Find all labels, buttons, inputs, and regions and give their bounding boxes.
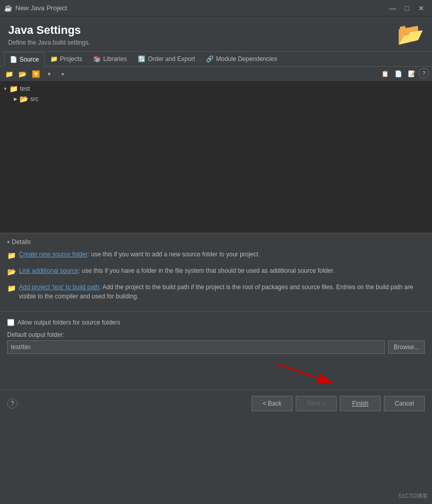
expand-arrow-src[interactable]: ▶	[12, 96, 18, 102]
folder-icon-test: 📁	[9, 85, 18, 93]
toolbar-copy-button[interactable]: 📋	[379, 68, 391, 79]
close-button[interactable]: ✕	[415, 2, 428, 15]
source-tab-icon: 📄	[10, 56, 17, 63]
allow-output-row: Allow output folders for source folders	[7, 319, 425, 326]
projects-tab-icon: 📁	[50, 55, 58, 63]
create-source-icon: 📁	[7, 250, 16, 261]
titlebar-left: ☕ New Java Project	[4, 4, 67, 12]
tree-item-test[interactable]: ▾ 📁 test	[0, 84, 432, 94]
toolbar-right: 📋 📄 📝 ?	[379, 68, 429, 79]
footer-right: < Back Next > Finish Cancel	[252, 396, 425, 411]
filter1-button[interactable]: 🔽	[30, 68, 42, 79]
page-title: Java Settings	[8, 24, 90, 37]
source-toolbar: 📁 📂 🔽 ▼ ▾ 📋 📄 📝 ?	[0, 67, 432, 82]
arrow-annotation-area	[0, 359, 432, 390]
tab-libraries[interactable]: 📚 Libraries	[88, 52, 132, 66]
toolbar-help-button[interactable]: ?	[419, 68, 429, 78]
libraries-tab-icon: 📚	[93, 55, 101, 63]
page-subtitle: Define the Java build settings.	[8, 39, 90, 46]
add-build-icon: 📁	[7, 283, 16, 294]
details-section: ▾ Details 📁 Create new source folder: us…	[0, 233, 432, 311]
tree-label-test: test	[20, 85, 30, 92]
cancel-button[interactable]: Cancel	[384, 396, 425, 411]
add-source-button[interactable]: 📂	[16, 68, 29, 79]
output-folder-label: Default output folder:	[7, 331, 425, 338]
footer-left: ?	[7, 398, 17, 409]
tab-projects[interactable]: 📁 Projects	[45, 52, 88, 66]
details-arrow: ▾	[7, 239, 10, 245]
minimize-button[interactable]: —	[386, 2, 399, 15]
link-source-icon: 📂	[7, 267, 16, 277]
output-input-row: Browse...	[7, 340, 425, 354]
next-button[interactable]: Next >	[296, 396, 337, 411]
titlebar: ☕ New Java Project — □ ✕	[0, 0, 432, 16]
detail-item-link-source: 📂 Link additional source: use this if yo…	[7, 266, 425, 277]
filter2-button[interactable]: ▼	[43, 68, 55, 79]
footer: ? < Back Next > Finish Cancel	[0, 390, 432, 416]
allow-output-label: Allow output folders for source folders	[17, 319, 120, 326]
details-header[interactable]: ▾ Details	[7, 238, 425, 246]
detail-create-source-text: Create new source folder: use this if yo…	[19, 250, 260, 259]
allow-output-checkbox[interactable]	[7, 319, 14, 326]
add-folder-button[interactable]: 📁	[3, 68, 15, 79]
toolbar-left: 📁 📂 🔽 ▼ ▾	[3, 68, 69, 79]
detail-item-add-build: 📁 Add project 'test' to build path: Add …	[7, 283, 425, 301]
source-tree[interactable]: ▾ 📁 test ▶ 📂 src	[0, 82, 432, 233]
detail-item-create-source: 📁 Create new source folder: use this if …	[7, 250, 425, 261]
maximize-button[interactable]: □	[400, 2, 414, 15]
add-build-link[interactable]: Add project 'test' to build path	[19, 284, 99, 291]
toolbar-new-button[interactable]: 📄	[392, 68, 404, 79]
expand-arrow-test[interactable]: ▾	[2, 86, 8, 91]
toolbar-edit-button[interactable]: 📝	[405, 68, 418, 79]
link-source-link[interactable]: Link additional source	[19, 267, 78, 274]
header-folder-icon: 📂	[397, 24, 424, 45]
filter3-button[interactable]: ▾	[56, 68, 69, 79]
order-export-tab-icon: 🔃	[138, 55, 146, 63]
back-button[interactable]: < Back	[252, 396, 293, 411]
finish-button[interactable]: Finish	[340, 396, 381, 411]
tree-item-src[interactable]: ▶ 📂 src	[0, 94, 432, 104]
folder-icon-src: 📂	[19, 95, 28, 103]
watermark: 51CTO博客	[399, 492, 428, 500]
detail-add-build-text: Add project 'test' to build path: Add th…	[19, 283, 425, 301]
tab-module-dependencies[interactable]: 🔗 Module Dependencies	[200, 52, 282, 66]
tree-label-src: src	[30, 95, 38, 103]
svg-line-1	[277, 364, 333, 384]
module-dep-tab-icon: 🔗	[206, 55, 214, 63]
help-button[interactable]: ?	[7, 398, 17, 409]
detail-link-source-text: Link additional source: use this if you …	[19, 266, 335, 275]
arrow-svg	[0, 359, 432, 390]
java-icon: ☕	[4, 4, 12, 12]
create-source-link[interactable]: Create new source folder	[19, 251, 88, 258]
tab-source[interactable]: 📄 Source	[4, 52, 45, 67]
output-folder-input[interactable]	[7, 340, 385, 354]
browse-button[interactable]: Browse...	[388, 340, 425, 354]
titlebar-controls: — □ ✕	[386, 2, 428, 15]
settings-section: Allow output folders for source folders …	[0, 311, 432, 359]
dialog-header: Java Settings Define the Java build sett…	[0, 16, 432, 52]
tab-order-export[interactable]: 🔃 Order and Export	[132, 52, 200, 66]
tabs-bar: 📄 Source 📁 Projects 📚 Libraries 🔃 Order …	[0, 52, 432, 67]
header-text: Java Settings Define the Java build sett…	[8, 24, 90, 46]
details-title: Details	[12, 238, 31, 246]
titlebar-title: New Java Project	[15, 4, 67, 12]
